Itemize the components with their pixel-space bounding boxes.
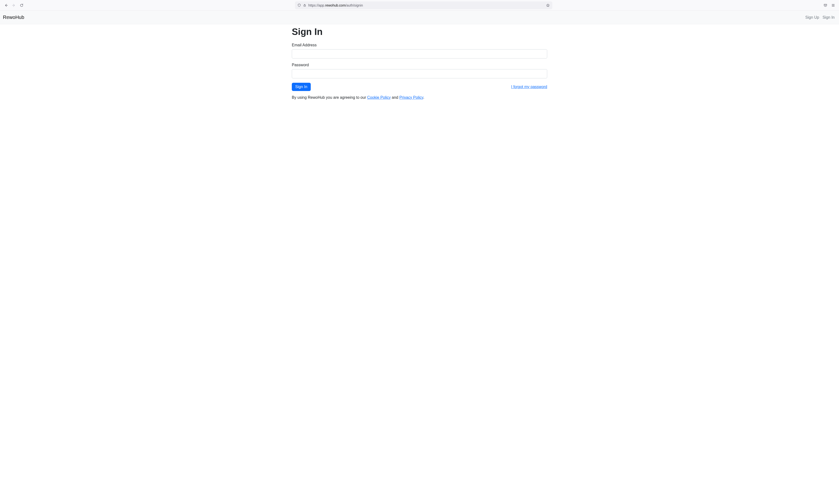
url-bar[interactable]: https://app.rewohub.com/auth/signin (295, 1, 552, 9)
terms-and: and (391, 95, 399, 100)
url-security-icons (298, 3, 306, 7)
app-header: RewoHub Sign Up Sign In (0, 11, 839, 24)
nav-signup-link[interactable]: Sign Up (805, 15, 819, 20)
pocket-button[interactable] (823, 3, 827, 7)
email-input[interactable] (292, 49, 547, 58)
arrow-left-icon (4, 3, 8, 7)
url-prefix: https://app. (308, 3, 325, 7)
terms-prefix: By using RewoHub you are agreeing to our (292, 95, 367, 100)
cookie-policy-link[interactable]: Cookie Policy (367, 95, 391, 100)
page-title: Sign In (292, 27, 547, 37)
password-input[interactable] (292, 69, 547, 78)
forgot-password-link[interactable]: I forgot my password (511, 85, 548, 89)
menu-button[interactable] (831, 3, 835, 7)
back-button[interactable] (4, 3, 8, 7)
brand-logo[interactable]: RewoHub (3, 15, 24, 20)
hamburger-icon (831, 3, 835, 7)
password-form-group: Password (292, 63, 547, 78)
browser-toolbar: https://app.rewohub.com/auth/signin (0, 0, 839, 11)
password-label: Password (292, 63, 547, 67)
reload-icon (20, 3, 23, 7)
arrow-right-icon (12, 3, 16, 7)
privacy-policy-link[interactable]: Privacy Policy (399, 95, 423, 100)
url-domain: rewohub.com (325, 3, 345, 7)
action-row: Sign In I forgot my password (292, 83, 547, 91)
header-nav: Sign Up Sign In (805, 15, 835, 20)
nav-signin-link[interactable]: Sign In (822, 15, 835, 20)
svg-rect-0 (304, 5, 306, 6)
reload-button[interactable] (19, 3, 24, 7)
forward-button[interactable] (12, 3, 16, 7)
terms-text: By using RewoHub you are agreeing to our… (292, 95, 547, 100)
url-text: https://app.rewohub.com/auth/signin (308, 3, 544, 7)
email-form-group: Email Address (292, 43, 547, 58)
email-label: Email Address (292, 43, 547, 47)
lock-icon (303, 4, 306, 7)
signin-button[interactable]: Sign In (292, 83, 311, 91)
url-path: /auth/signin (345, 3, 363, 7)
star-icon (546, 3, 550, 7)
pocket-icon (823, 3, 827, 7)
url-bar-container: https://app.rewohub.com/auth/signin (26, 1, 821, 9)
browser-right-icons (823, 3, 835, 7)
terms-suffix: . (423, 95, 424, 100)
shield-icon (298, 3, 301, 7)
bookmark-button[interactable] (546, 3, 550, 7)
nav-buttons (4, 3, 24, 7)
main-content: Sign In Email Address Password Sign In I… (292, 24, 547, 105)
